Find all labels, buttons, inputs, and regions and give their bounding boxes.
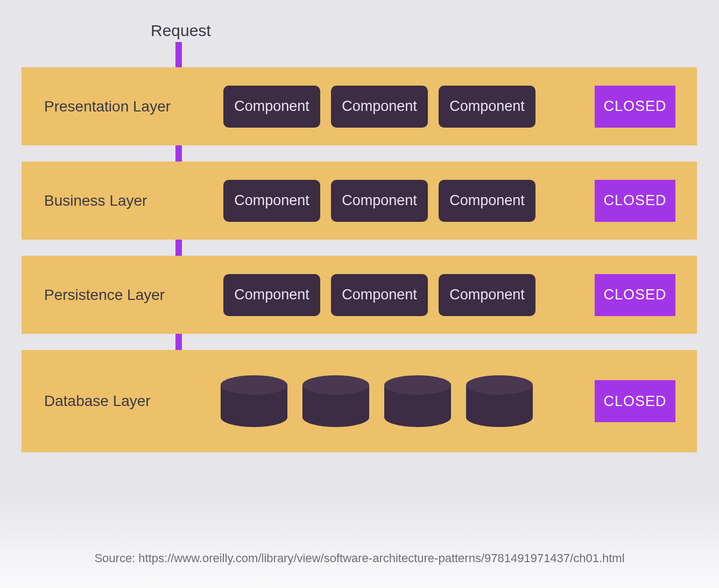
database-cylinder-icon (384, 375, 451, 427)
component-box: Component (331, 180, 428, 222)
layer-presentation: Presentation Layer Component Component C… (22, 67, 697, 145)
component-group: Component Component Component (223, 86, 535, 128)
request-label: Request (151, 22, 211, 40)
component-box: Component (331, 86, 428, 128)
diagram-canvas: Request Presentation Layer Component Com… (0, 0, 719, 588)
layer-database: Database Layer CLOSED (22, 350, 697, 452)
layer-title: Business Layer (44, 192, 147, 209)
component-group: Component Component Component (223, 180, 535, 222)
component-group: Component Component Component (223, 274, 535, 316)
database-cylinder-icon (302, 375, 369, 427)
status-badge: CLOSED (595, 180, 675, 222)
layer-title: Persistence Layer (44, 286, 165, 304)
component-box: Component (331, 274, 428, 316)
bottom-fade (0, 491, 719, 588)
database-group (221, 375, 533, 427)
component-box: Component (223, 86, 320, 128)
component-box: Component (439, 274, 535, 316)
layer-title: Presentation Layer (44, 98, 171, 115)
component-box: Component (223, 274, 320, 316)
layer-title: Database Layer (44, 393, 151, 410)
status-badge: CLOSED (595, 380, 675, 422)
component-box: Component (439, 86, 535, 128)
layer-business: Business Layer Component Component Compo… (22, 162, 697, 240)
component-box: Component (439, 180, 535, 222)
source-citation: Source: https://www.oreilly.com/library/… (0, 551, 719, 565)
layer-persistence: Persistence Layer Component Component Co… (22, 256, 697, 334)
database-cylinder-icon (221, 375, 287, 427)
database-cylinder-icon (466, 375, 533, 427)
component-box: Component (223, 180, 320, 222)
status-badge: CLOSED (595, 274, 675, 316)
status-badge: CLOSED (595, 86, 675, 128)
